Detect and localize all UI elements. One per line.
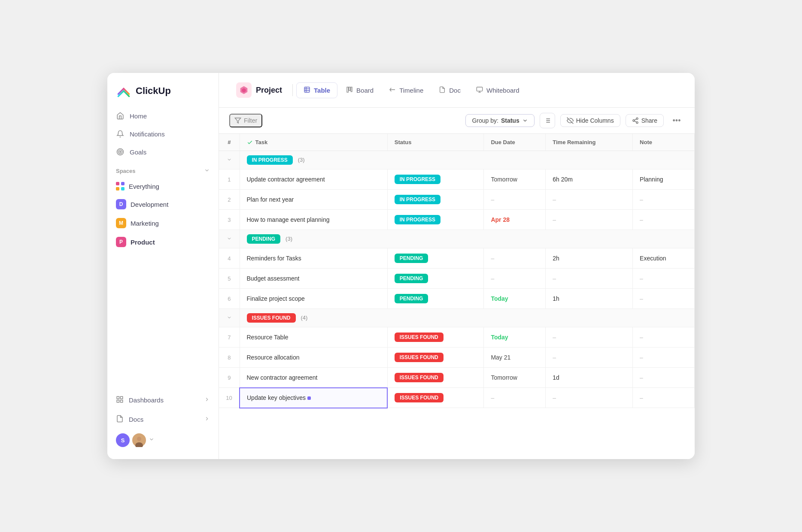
group-count: (3) bbox=[298, 157, 305, 163]
sidebar-item-home[interactable]: Home bbox=[111, 107, 215, 124]
sidebar-item-everything[interactable]: Everything bbox=[111, 178, 215, 194]
tab-timeline[interactable]: Timeline bbox=[382, 83, 430, 98]
group-header-row: PENDING (3) bbox=[219, 230, 695, 248]
sidebar-item-marketing[interactable]: M Marketing bbox=[111, 214, 215, 232]
task-name-cell[interactable]: Plan for next year bbox=[240, 190, 387, 210]
sidebar-nav: Home Notifications Goals bbox=[107, 107, 219, 160]
status-cell[interactable]: ISSUES FOUND bbox=[387, 388, 484, 408]
svg-rect-5 bbox=[121, 400, 123, 402]
tab-doc[interactable]: Doc bbox=[432, 83, 468, 98]
time-remaining-cell: – bbox=[553, 216, 556, 223]
task-name-cell[interactable]: Resource allocation bbox=[240, 348, 387, 368]
resize-handle[interactable] bbox=[307, 396, 311, 400]
task-name-cell[interactable]: Reminders for Tasks bbox=[240, 248, 387, 269]
user-dropdown-icon[interactable] bbox=[149, 436, 155, 444]
table-row[interactable]: 4 Reminders for Tasks PENDING – 2h Execu… bbox=[219, 248, 695, 269]
status-badge: IN PROGRESS bbox=[395, 215, 440, 224]
group-by-button[interactable]: Group by: Status bbox=[465, 114, 534, 127]
sidebar: ClickUp Home Notifications Goals bbox=[107, 73, 219, 459]
due-date-cell: Today bbox=[491, 295, 508, 302]
col-number: # bbox=[219, 134, 240, 151]
spaces-chevron-icon[interactable] bbox=[204, 167, 210, 175]
status-cell[interactable]: PENDING bbox=[387, 289, 484, 309]
row-number: 3 bbox=[219, 210, 240, 230]
task-name-cell[interactable]: New contractor agreement bbox=[240, 368, 387, 388]
row-number: 1 bbox=[219, 169, 240, 190]
table-row[interactable]: 8 Resource allocation ISSUES FOUND May 2… bbox=[219, 348, 695, 368]
status-cell[interactable]: PENDING bbox=[387, 248, 484, 269]
group-status-badge: PENDING bbox=[247, 234, 281, 244]
project-button[interactable]: Project bbox=[229, 79, 289, 101]
row-number: 6 bbox=[219, 289, 240, 309]
table-row[interactable]: 1 Update contractor agreement IN PROGRES… bbox=[219, 169, 695, 190]
table-row[interactable]: 10 Update key objectives ISSUES FOUND – … bbox=[219, 388, 695, 408]
group-toggle[interactable] bbox=[219, 151, 240, 169]
sidebar-item-development[interactable]: D Development bbox=[111, 195, 215, 213]
status-cell[interactable]: IN PROGRESS bbox=[387, 169, 484, 190]
sidebar-item-product[interactable]: P Product bbox=[111, 233, 215, 251]
svg-rect-10 bbox=[304, 87, 310, 92]
status-cell[interactable]: ISSUES FOUND bbox=[387, 348, 484, 368]
status-badge: ISSUES FOUND bbox=[395, 373, 444, 382]
status-cell[interactable]: IN PROGRESS bbox=[387, 190, 484, 210]
row-number: 10 bbox=[219, 388, 240, 408]
top-navigation: Project Table Board Timeline bbox=[219, 73, 695, 108]
project-icon bbox=[236, 82, 252, 98]
group-status-badge: ISSUES FOUND bbox=[247, 313, 296, 323]
task-name-cell[interactable]: Budget assessment bbox=[240, 269, 387, 289]
table-row[interactable]: 5 Budget assessment PENDING – – – bbox=[219, 269, 695, 289]
time-remaining-td: – bbox=[546, 348, 633, 368]
status-cell[interactable]: IN PROGRESS bbox=[387, 210, 484, 230]
svg-rect-6 bbox=[117, 400, 119, 402]
due-date-td: – bbox=[484, 269, 546, 289]
due-date-td: – bbox=[484, 388, 546, 408]
due-date-td: Tomorrow bbox=[484, 169, 546, 190]
user-area[interactable]: S bbox=[116, 430, 210, 447]
time-remaining-td: 1d bbox=[546, 368, 633, 388]
due-date-cell: – bbox=[491, 275, 494, 282]
note-cell: – bbox=[640, 394, 643, 401]
more-options-button[interactable]: ••• bbox=[669, 113, 684, 128]
sort-button[interactable] bbox=[540, 113, 555, 128]
note-cell: – bbox=[640, 334, 643, 341]
sidebar-item-docs[interactable]: Docs bbox=[116, 411, 210, 428]
group-toggle[interactable] bbox=[219, 309, 240, 327]
task-name-cell[interactable]: How to manage event planning bbox=[240, 210, 387, 230]
table-row[interactable]: 3 How to manage event planning IN PROGRE… bbox=[219, 210, 695, 230]
svg-rect-16 bbox=[351, 87, 352, 92]
sidebar-item-goals[interactable]: Goals bbox=[111, 143, 215, 160]
group-toggle[interactable] bbox=[219, 230, 240, 248]
sidebar-item-notifications[interactable]: Notifications bbox=[111, 125, 215, 142]
task-name-cell[interactable]: Update contractor agreement bbox=[240, 169, 387, 190]
row-number: 5 bbox=[219, 269, 240, 289]
table-row[interactable]: 9 New contractor agreement ISSUES FOUND … bbox=[219, 368, 695, 388]
status-cell[interactable]: ISSUES FOUND bbox=[387, 327, 484, 348]
task-name-cell[interactable]: Finalize project scope bbox=[240, 289, 387, 309]
hide-columns-button[interactable]: Hide Columns bbox=[560, 114, 620, 127]
time-remaining-td: – bbox=[546, 210, 633, 230]
status-cell[interactable]: ISSUES FOUND bbox=[387, 368, 484, 388]
note-td: Execution bbox=[633, 248, 695, 269]
sidebar-item-goals-label: Goals bbox=[130, 148, 146, 156]
tab-whiteboard[interactable]: Whiteboard bbox=[469, 83, 526, 98]
sidebar-item-home-label: Home bbox=[130, 112, 147, 120]
sidebar-bottom: Dashboards Docs S bbox=[107, 386, 219, 452]
share-button[interactable]: Share bbox=[626, 114, 664, 127]
note-td: – bbox=[633, 388, 695, 408]
docs-chevron-icon bbox=[204, 416, 210, 423]
task-name-cell[interactable]: Resource Table bbox=[240, 327, 387, 348]
timeline-tab-icon bbox=[389, 86, 396, 94]
table-row[interactable]: 6 Finalize project scope PENDING Today 1… bbox=[219, 289, 695, 309]
table-row[interactable]: 2 Plan for next year IN PROGRESS – – – bbox=[219, 190, 695, 210]
svg-rect-3 bbox=[117, 396, 119, 399]
table-row[interactable]: 7 Resource Table ISSUES FOUND Today – – bbox=[219, 327, 695, 348]
sidebar-item-dashboards[interactable]: Dashboards bbox=[116, 391, 210, 409]
filter-button[interactable]: Filter bbox=[229, 114, 262, 127]
sidebar-item-marketing-label: Marketing bbox=[131, 220, 159, 227]
status-cell[interactable]: PENDING bbox=[387, 269, 484, 289]
task-name-cell[interactable]: Update key objectives bbox=[240, 388, 387, 408]
sidebar-item-product-label: Product bbox=[131, 239, 155, 246]
table-header-row: # Task Status Due Date Time Remaining No… bbox=[219, 134, 695, 151]
tab-board[interactable]: Board bbox=[339, 83, 380, 98]
tab-table[interactable]: Table bbox=[296, 82, 337, 98]
